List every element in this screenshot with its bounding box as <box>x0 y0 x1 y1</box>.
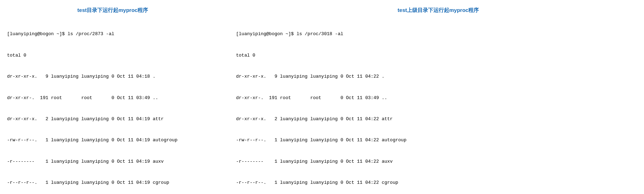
right-line-0: dr-xr-xr-x. 9 luanyiping luanyiping 0 Oc… <box>236 73 640 80</box>
left-total: total 0 <box>7 52 218 59</box>
left-line-0: dr-xr-xr-x. 9 luanyiping luanyiping 0 Oc… <box>7 73 218 80</box>
left-line-5: -r--r--r--. 1 luanyiping luanyiping 0 Oc… <box>7 179 218 186</box>
left-terminal: [luanyiping@bogon ~]$ ls /proc/2873 -al … <box>7 17 218 194</box>
left-cmd: [luanyiping@bogon ~]$ ls /proc/2873 -al <box>7 31 218 38</box>
right-line-2: dr-xr-xr-x. 2 luanyiping luanyiping 0 Oc… <box>236 116 640 123</box>
left-line-1: dr-xr-xr-. 191 root root 0 Oct 11 03:49 … <box>7 95 218 102</box>
right-title: test上级目录下运行起myproc程序 <box>236 7 640 14</box>
right-cmd: [luanyiping@bogon ~]$ ls /proc/3018 -al <box>236 31 640 38</box>
right-line-1: dr-xr-xr-. 191 root root 0 Oct 11 03:49 … <box>236 95 640 102</box>
right-terminal: [luanyiping@bogon ~]$ ls /proc/3018 -al … <box>236 17 640 194</box>
left-line-3: -rw-r--r--. 1 luanyiping luanyiping 0 Oc… <box>7 137 218 144</box>
left-line-4: -r-------- 1 luanyiping luanyiping 0 Oct… <box>7 158 218 165</box>
left-line-2: dr-xr-xr-x. 2 luanyiping luanyiping 0 Oc… <box>7 116 218 123</box>
right-line-4: -r-------- 1 luanyiping luanyiping 0 Oct… <box>236 158 640 165</box>
left-panel: test目录下运行起myproc程序 [luanyiping@bogon ~]$… <box>0 4 225 194</box>
right-line-5: -r--r--r--. 1 luanyiping luanyiping 0 Oc… <box>236 179 640 186</box>
left-title: test目录下运行起myproc程序 <box>7 7 218 14</box>
right-line-3: -rw-r--r--. 1 luanyiping luanyiping 0 Oc… <box>236 137 640 144</box>
right-total: total 0 <box>236 52 640 59</box>
right-panel: test上级目录下运行起myproc程序 [luanyiping@bogon ~… <box>229 4 644 194</box>
